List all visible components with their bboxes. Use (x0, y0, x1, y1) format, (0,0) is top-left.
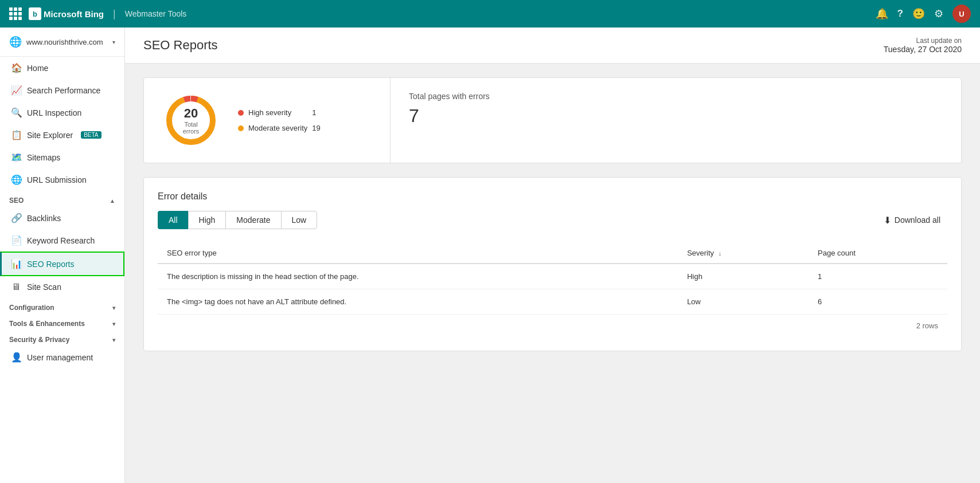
user-management-label: User management (27, 353, 93, 362)
user-avatar[interactable]: U (952, 5, 971, 23)
brand-divider: | (113, 8, 116, 20)
notification-icon[interactable]: 🔔 (876, 7, 888, 20)
sidebar-item-seo-reports[interactable]: 📊 SEO Reports (0, 252, 124, 276)
configuration-section-header[interactable]: Configuration ▾ (0, 298, 124, 314)
configuration-chevron-icon: ▾ (112, 305, 115, 311)
last-update-date: Tuesday, 27 Oct 2020 (884, 45, 962, 54)
sidebar-item-search-performance[interactable]: 📈 Search Performance (0, 79, 124, 101)
sidebar-item-home[interactable]: 🏠 Home (0, 57, 124, 79)
sidebar: 🌐 www.nourishthrive.com ▾ 🏠 Home 📈 Searc… (0, 28, 125, 483)
feedback-icon[interactable]: 🙂 (912, 7, 925, 20)
sidebar-item-site-explorer[interactable]: 📋 Site Explorer BETA (0, 124, 124, 146)
page-title: SEO Reports (143, 38, 218, 53)
download-label: Download all (895, 215, 940, 225)
col-severity[interactable]: Severity ↓ (678, 243, 809, 264)
search-performance-label: Search Performance (27, 86, 100, 95)
donut-total-number: 20 (177, 106, 205, 121)
home-icon: 🏠 (11, 62, 21, 73)
settings-icon[interactable]: ⚙ (934, 7, 943, 20)
donut-chart: 20 Total errors (162, 92, 220, 149)
tools-section-header[interactable]: Tools & Enhancements ▾ (0, 314, 124, 330)
sidebar-item-backlinks[interactable]: 🔗 Backlinks (0, 207, 124, 229)
filter-buttons: All High Moderate Low (158, 211, 317, 229)
site-url: www.nourishthrive.com (26, 38, 108, 46)
rows-count: 2 rows (158, 314, 947, 337)
high-dot (238, 110, 244, 116)
keyword-research-label: Keyword Research (27, 236, 95, 245)
seo-section-header[interactable]: SEO ▲ (0, 191, 124, 207)
high-count: 1 (312, 108, 323, 117)
site-chevron-icon: ▾ (112, 39, 115, 45)
sidebar-item-user-management[interactable]: 👤 User management (0, 346, 124, 368)
sidebar-item-url-inspection[interactable]: 🔍 URL Inspection (0, 101, 124, 124)
seo-reports-icon: 📊 (11, 258, 21, 269)
chart-icon: 📈 (11, 85, 21, 96)
moderate-dot (238, 125, 244, 131)
error-details-section: Error details All High Moderate Low ⬇ Do… (143, 177, 962, 351)
error-description-1: The description is missing in the head s… (158, 264, 678, 289)
configuration-label: Configuration (9, 304, 54, 312)
submission-icon: 🌐 (11, 174, 21, 185)
error-details-title: Error details (158, 191, 947, 202)
download-icon: ⬇ (884, 215, 891, 226)
tools-chevron-icon: ▾ (112, 321, 115, 327)
backlinks-label: Backlinks (27, 214, 61, 223)
security-privacy-label: Security & Privacy (9, 336, 69, 344)
page-count-2: 6 (809, 289, 947, 315)
search-icon: 🔍 (11, 107, 21, 118)
severity-1: High (678, 264, 809, 289)
moderate-count: 19 (312, 124, 323, 132)
tool-name: Webmaster Tools (125, 9, 187, 18)
donut-total-label: Total errors (177, 121, 205, 135)
sidebar-item-keyword-research[interactable]: 📄 Keyword Research (0, 229, 124, 252)
topbar: b Microsoft Bing | Webmaster Tools 🔔 ? 🙂… (0, 0, 980, 28)
table-row: The description is missing in the head s… (158, 264, 947, 289)
table-row: The <img> tag does not have an ALT attri… (158, 289, 947, 315)
last-update: Last update on Tuesday, 27 Oct 2020 (884, 37, 962, 54)
total-pages-title: Total pages with errors (409, 92, 943, 101)
keyword-icon: 📄 (11, 235, 21, 246)
globe-icon: 🌐 (9, 36, 22, 48)
filter-moderate[interactable]: Moderate (225, 211, 280, 229)
download-all-button[interactable]: ⬇ Download all (877, 211, 947, 229)
site-scan-label: Site Scan (27, 282, 61, 292)
seo-section-label: SEO (9, 197, 24, 205)
url-submission-label: URL Submission (27, 175, 87, 184)
main-content: SEO Reports Last update on Tuesday, 27 O… (125, 28, 980, 483)
site-explorer-label: Site Explorer (27, 131, 73, 140)
seo-chevron-icon: ▲ (110, 198, 115, 204)
site-scan-icon: 🖥 (11, 282, 21, 292)
summary-left: 20 Total errors High severity 1 Moderate (144, 78, 391, 163)
error-description-2: The <img> tag does not have an ALT attri… (158, 289, 678, 315)
last-update-label: Last update on (884, 37, 962, 45)
page-count-1: 1 (809, 264, 947, 289)
legend: High severity 1 Moderate severity 19 (238, 108, 323, 132)
apps-grid-icon[interactable] (9, 7, 22, 20)
legend-moderate: Moderate severity 19 (238, 124, 323, 132)
high-severity-label: High severity (248, 108, 291, 117)
seo-reports-label: SEO Reports (27, 260, 74, 269)
security-section-header[interactable]: Security & Privacy ▾ (0, 330, 124, 346)
filter-low[interactable]: Low (281, 211, 318, 229)
site-explorer-icon: 📋 (11, 129, 21, 140)
sidebar-item-site-scan[interactable]: 🖥 Site Scan (0, 276, 124, 298)
col-page-count: Page count (809, 243, 947, 264)
backlinks-icon: 🔗 (11, 213, 21, 223)
sitemaps-icon: 🗺️ (11, 152, 21, 163)
sidebar-item-url-submission[interactable]: 🌐 URL Submission (0, 168, 124, 191)
filter-all[interactable]: All (158, 211, 188, 229)
user-management-icon: 👤 (11, 352, 21, 363)
col-error-type: SEO error type (158, 243, 678, 264)
severity-2: Low (678, 289, 809, 315)
filter-high[interactable]: High (188, 211, 226, 229)
sidebar-item-sitemaps[interactable]: 🗺️ Sitemaps (0, 146, 124, 168)
site-selector[interactable]: 🌐 www.nourishthrive.com ▾ (0, 28, 124, 57)
moderate-severity-label: Moderate severity (248, 124, 307, 132)
help-icon[interactable]: ? (897, 8, 903, 19)
summary-right: Total pages with errors 7 (391, 78, 961, 163)
filter-tabs: All High Moderate Low ⬇ Download all (158, 211, 947, 229)
home-label: Home (27, 64, 48, 73)
url-inspection-label: URL Inspection (27, 108, 81, 117)
total-pages-count: 7 (409, 105, 943, 127)
bing-logo: b Microsoft Bing (29, 7, 104, 20)
